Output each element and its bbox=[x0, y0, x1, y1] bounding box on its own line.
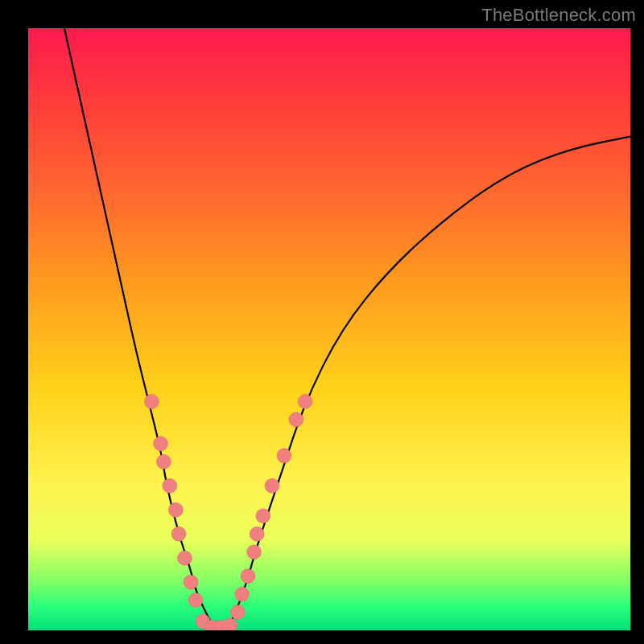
marker-dot bbox=[230, 605, 245, 620]
marker-dot bbox=[171, 526, 186, 541]
marker-dot bbox=[289, 412, 303, 427]
marker-dot bbox=[241, 569, 255, 584]
watermark-text: TheBottleneck.com bbox=[481, 5, 636, 26]
marker-dot bbox=[235, 587, 250, 601]
marker-dot bbox=[256, 509, 270, 523]
marker-dot bbox=[177, 551, 192, 565]
marker-dot bbox=[168, 502, 183, 517]
marker-dot bbox=[250, 526, 264, 541]
marker-dot bbox=[188, 593, 203, 608]
marker-dot bbox=[247, 545, 262, 559]
marker-dot bbox=[265, 478, 279, 493]
chart-stage: TheBottleneck.com bbox=[0, 0, 644, 644]
bottleneck-curve bbox=[64, 28, 630, 630]
marker-dot bbox=[154, 436, 168, 451]
curve-svg bbox=[28, 28, 630, 630]
marker-dot bbox=[184, 575, 198, 589]
marker-dot bbox=[163, 478, 177, 493]
marker-dot bbox=[144, 394, 159, 409]
marker-dot bbox=[298, 394, 312, 409]
marker-dot bbox=[223, 618, 237, 630]
markers-group bbox=[144, 394, 312, 630]
marker-dot bbox=[277, 448, 291, 463]
plot-area bbox=[28, 28, 630, 630]
marker-dot bbox=[156, 455, 171, 469]
